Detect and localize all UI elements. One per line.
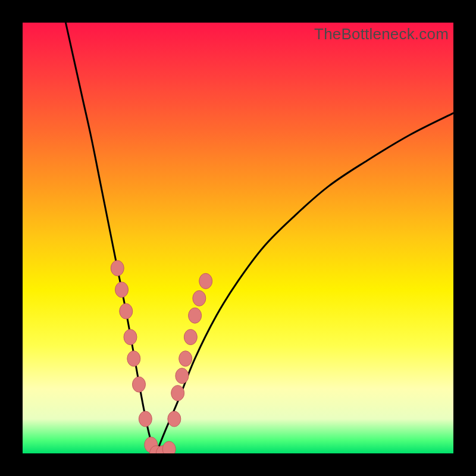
data-marker	[171, 386, 184, 401]
data-marker	[127, 351, 140, 367]
data-marker	[132, 377, 145, 392]
data-marker	[115, 282, 129, 298]
plot-area: TheBottleneck.com	[23, 23, 453, 453]
data-marker	[189, 308, 202, 323]
data-marker	[124, 330, 137, 345]
data-marker	[162, 441, 176, 453]
data-marker	[111, 261, 124, 276]
data-marker	[176, 368, 189, 384]
data-marker	[179, 351, 192, 367]
chart-svg	[23, 23, 453, 453]
data-marker	[184, 330, 197, 345]
data-marker	[139, 411, 152, 427]
data-marker	[193, 290, 206, 306]
chart-frame: TheBottleneck.com	[0, 0, 476, 476]
data-marker	[168, 411, 181, 427]
data-marker	[199, 273, 212, 289]
data-marker	[120, 303, 133, 319]
